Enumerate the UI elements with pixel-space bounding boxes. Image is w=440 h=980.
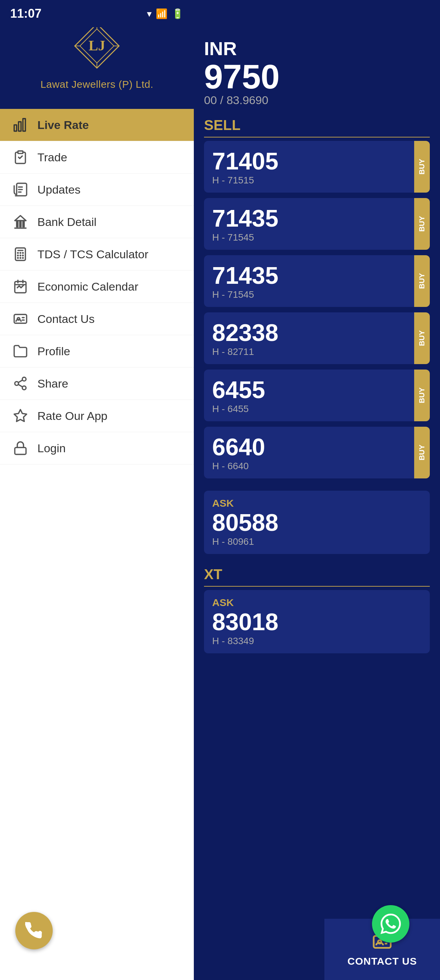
svg-rect-15 <box>20 221 21 227</box>
top-rate-value: 9750 <box>204 60 430 94</box>
rate-card-2: 71435 H - 71545 BUY <box>204 198 430 250</box>
sidebar-item-share-label: Share <box>37 377 68 390</box>
sidebar-item-profile-label: Profile <box>37 345 70 358</box>
newspaper-icon <box>10 179 30 200</box>
svg-rect-8 <box>19 122 21 131</box>
buy-badge-5: BUY <box>414 369 430 421</box>
buy-badge-2: BUY <box>414 198 430 250</box>
sidebar-item-updates[interactable]: Updates <box>0 173 194 206</box>
svg-marker-39 <box>14 410 27 422</box>
menu-list: Live Rate Trade Updates <box>0 109 194 980</box>
rate-card-4: 82338 H - 82711 BUY <box>204 312 430 364</box>
signal-icon: 📶 <box>156 8 168 19</box>
xt-label: XT <box>204 566 430 587</box>
rate-card-3: 71435 H - 71545 BUY <box>204 255 430 307</box>
svg-rect-10 <box>18 151 23 153</box>
rate-card-5: 6455 H - 6455 BUY <box>204 369 430 421</box>
battery-icon: 🔋 <box>172 8 184 19</box>
sidebar-item-rate-our-app[interactable]: Rate Our App <box>0 400 194 432</box>
sidebar-item-rate-our-app-label: Rate Our App <box>37 409 108 423</box>
sidebar-item-tds-calculator[interactable]: TDS / TCS Calculator <box>0 238 194 270</box>
calendar-chart-icon <box>10 276 30 297</box>
sidebar-item-trade[interactable]: Trade <box>0 141 194 173</box>
bank-icon <box>10 212 30 232</box>
sidebar-item-bank-detail-label: Bank Detail <box>37 215 97 229</box>
contact-card-icon <box>10 309 30 329</box>
lock-icon <box>10 438 30 458</box>
sidebar-item-login-label: Login <box>37 442 66 455</box>
buy-badge-4: BUY <box>414 312 430 364</box>
svg-line-37 <box>18 385 23 387</box>
svg-rect-9 <box>23 119 25 131</box>
buy-badge-6: BUY <box>414 427 430 479</box>
sidebar-item-live-rate-label: Live Rate <box>37 118 89 132</box>
svg-rect-7 <box>14 125 17 131</box>
svg-text:LJ: LJ <box>88 38 105 53</box>
sidebar-item-trade-label: Trade <box>37 151 67 164</box>
top-rate-sub: 00 / 83.9690 <box>204 94 430 114</box>
rate-card-1: 71405 H - 71515 BUY <box>204 141 430 192</box>
status-icons: ▾ 📶 🔋 <box>147 8 184 19</box>
drawer: LJ Lawat Jewellers (P) Ltd. Live Rate <box>0 0 194 980</box>
svg-rect-16 <box>23 221 24 227</box>
currency-label: INR <box>204 10 430 60</box>
sell-label: SELL <box>204 117 430 137</box>
whatsapp-fab[interactable] <box>372 905 410 943</box>
sidebar-item-tds-calculator-label: TDS / TCS Calculator <box>37 248 148 261</box>
sidebar-item-economic-calendar[interactable]: Economic Calendar <box>0 270 194 303</box>
main-panel: INR 9750 00 / 83.9690 SELL 71405 H - 715… <box>194 0 440 980</box>
wifi-icon: ▾ <box>147 8 152 19</box>
sidebar-item-contact-us[interactable]: Contact Us <box>0 303 194 335</box>
buy-badge-3: BUY <box>414 255 430 307</box>
contact-us-label: CONTACT US <box>348 956 417 967</box>
svg-rect-14 <box>17 221 18 227</box>
sidebar-item-economic-calendar-label: Economic Calendar <box>37 280 138 293</box>
ask-card-2: ASK 83018 H - 83349 <box>204 590 430 653</box>
svg-rect-40 <box>15 447 26 454</box>
sidebar-item-share[interactable]: Share <box>0 368 194 400</box>
sidebar-item-contact-us-label: Contact Us <box>37 312 95 326</box>
phone-fab[interactable] <box>15 912 53 950</box>
sidebar-item-profile[interactable]: Profile <box>0 335 194 368</box>
sidebar-item-login[interactable]: Login <box>0 432 194 465</box>
rate-card-6: 6640 H - 6640 BUY <box>204 427 430 479</box>
sidebar-item-live-rate[interactable]: Live Rate <box>0 109 194 141</box>
folder-icon <box>10 341 30 361</box>
chart-bar-icon <box>10 115 30 135</box>
calculator-icon <box>10 244 30 264</box>
svg-line-38 <box>18 380 23 382</box>
sidebar-item-bank-detail[interactable]: Bank Detail <box>0 206 194 238</box>
status-bar: 11:07 ▾ 📶 🔋 <box>0 0 194 27</box>
sidebar-item-updates-label: Updates <box>37 183 81 196</box>
ask-card-1: ASK 80588 H - 80961 <box>204 491 430 554</box>
star-icon <box>10 406 30 426</box>
share-icon <box>10 373 30 394</box>
company-name: Lawat Jewellers (P) Ltd. <box>40 79 153 90</box>
status-time: 11:07 <box>10 6 41 21</box>
buy-badge-1: BUY <box>414 141 430 192</box>
clipboard-icon <box>10 147 30 167</box>
